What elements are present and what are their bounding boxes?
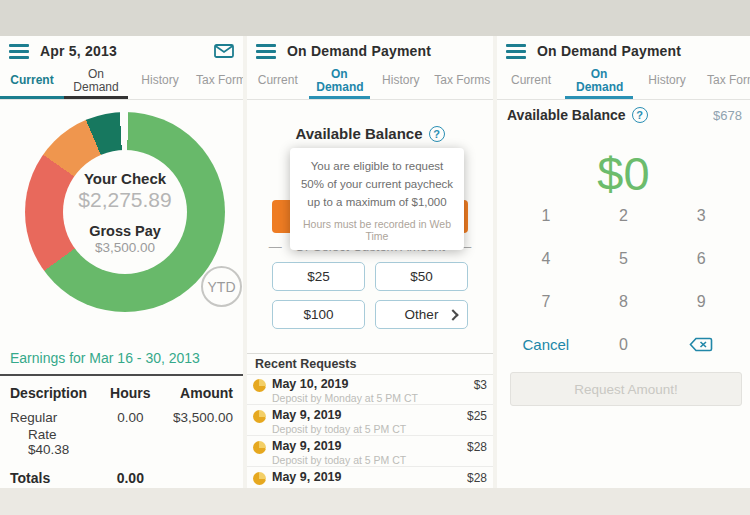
ytd-toggle-button[interactable]: YTD [201,266,242,307]
bottom-letterbox-bar [0,488,750,515]
request-row[interactable]: May 10, 2019 Deposit by Monday at 5 PM C… [247,374,493,405]
tab-bar: Current On Demand History Tax Forms [247,66,493,100]
available-balance-heading: Available Balance ? [247,125,493,142]
available-balance-value: $678 [713,108,742,123]
panel-on-demand: On Demand Payment Current On Demand Hist… [247,36,493,488]
earnings-row-regular: Regular Rate $40.38 0.00 $3,500.00 [0,410,243,457]
header: Apr 5, 2013 [0,36,243,66]
chevron-right-icon [447,309,458,320]
amount-50-button[interactable]: $50 [375,262,468,291]
menu-icon[interactable] [9,44,29,59]
tab-tax-forms[interactable]: Tax Forms [432,66,494,99]
key-7[interactable]: 7 [507,280,585,323]
col-hours: Hours [101,385,160,401]
cancel-button[interactable]: Cancel [507,323,585,366]
earnings-amount: $3,500.00 [160,410,233,425]
tab-current[interactable]: Current [497,66,565,99]
pending-clock-icon [253,441,266,454]
tab-current[interactable]: Current [0,66,64,99]
paycheck-donut-chart: Your Check $2,275.89 Gross Pay $3,500.00 [25,112,225,312]
screen: Apr 5, 2013 Current On Demand History Ta… [0,0,750,515]
panel-amount-entry: On Demand Payment Current On Demand Hist… [497,36,750,488]
preset-amounts: $25 $50 $100 Other [272,262,468,329]
mail-icon[interactable] [214,44,234,58]
header: On Demand Payment [497,36,750,66]
tooltip-subtext: Hours must be recorded in Web Time [298,218,456,242]
tab-history[interactable]: History [633,66,701,99]
page-title: Apr 5, 2013 [40,43,117,59]
available-balance-row: Available Balance ? $678 [507,107,742,123]
tooltip-text: You are eligible to request 50% of your … [298,158,456,211]
tab-history[interactable]: History [128,66,192,99]
number-keypad: 1 2 3 4 5 6 7 8 9 Cancel 0 [507,194,740,366]
backspace-icon [689,337,713,352]
top-letterbox-bar [0,0,750,36]
earnings-header-row: Description Hours Amount [0,385,243,401]
request-row[interactable]: May 9, 2019 Deposit by today at 5 PM CT … [247,405,493,436]
gross-pay-value: $3,500.00 [95,240,155,255]
amount-100-button[interactable]: $100 [272,300,365,329]
other-amount-button[interactable]: Other [375,300,468,329]
request-amount-button[interactable]: Request Amount! [510,372,742,406]
totals-hours: 0.00 [101,470,160,486]
earnings-title: Earnings for Mar 16 - 30, 2013 [0,346,243,376]
page-title: On Demand Payment [537,43,681,59]
earnings-rate: Rate $40.38 [28,427,101,457]
menu-icon[interactable] [506,44,526,59]
key-8[interactable]: 8 [585,280,663,323]
menu-icon[interactable] [256,44,276,59]
key-2[interactable]: 2 [585,194,663,237]
earnings-totals-row: Totals 0.00 [0,470,243,486]
col-description: Description [10,385,101,401]
tab-on-demand[interactable]: On Demand [309,66,371,99]
tab-current[interactable]: Current [247,66,309,99]
help-icon[interactable]: ? [632,107,648,123]
earnings-hours: 0.00 [101,410,160,425]
key-6[interactable]: 6 [662,237,740,280]
dash-left: — [269,239,282,254]
panel-current-paystub: Apr 5, 2013 Current On Demand History Ta… [0,36,243,488]
tab-history[interactable]: History [370,66,432,99]
request-row[interactable]: May 9, 2019 $28 [247,467,493,488]
donut-center: Your Check $2,275.89 Gross Pay $3,500.00 [63,150,187,274]
key-3[interactable]: 3 [662,194,740,237]
totals-label: Totals [10,470,101,486]
pending-clock-icon [253,379,266,392]
key-0[interactable]: 0 [585,323,663,366]
key-5[interactable]: 5 [585,237,663,280]
request-row[interactable]: May 9, 2019 Deposit by today at 5 PM CT … [247,436,493,467]
tab-on-demand[interactable]: On Demand [64,66,128,99]
tab-bar: Current On Demand History Tax Forms [0,66,243,100]
header: On Demand Payment [247,36,493,66]
recent-requests-list: May 10, 2019 Deposit by Monday at 5 PM C… [247,374,493,488]
your-check-value: $2,275.89 [78,188,171,212]
tab-on-demand[interactable]: On Demand [565,66,633,99]
eligibility-tooltip: You are eligible to request 50% of your … [290,148,464,250]
key-4[interactable]: 4 [507,237,585,280]
page-title: On Demand Payment [287,43,431,59]
tab-bar: Current On Demand History Tax Forms [497,66,750,100]
tab-tax-forms[interactable]: Tax Forms [701,66,750,99]
pending-clock-icon [253,410,266,423]
col-amount: Amount [160,385,233,401]
amount-25-button[interactable]: $25 [272,262,365,291]
backspace-key[interactable] [662,323,740,366]
your-check-label: Your Check [84,170,166,187]
help-icon[interactable]: ? [429,126,445,142]
gross-pay-label: Gross Pay [89,223,161,239]
tab-tax-forms[interactable]: Tax Forms [192,66,243,99]
earnings-section: Earnings for Mar 16 - 30, 2013 Descripti… [0,346,243,488]
entered-amount-display: $0 [497,146,750,201]
pending-clock-icon [253,472,266,485]
key-9[interactable]: 9 [662,280,740,323]
earnings-description: Regular [10,410,101,425]
available-balance-label: Available Balance [507,107,626,123]
recent-requests-header: Recent Requests [247,353,493,375]
key-1[interactable]: 1 [507,194,585,237]
